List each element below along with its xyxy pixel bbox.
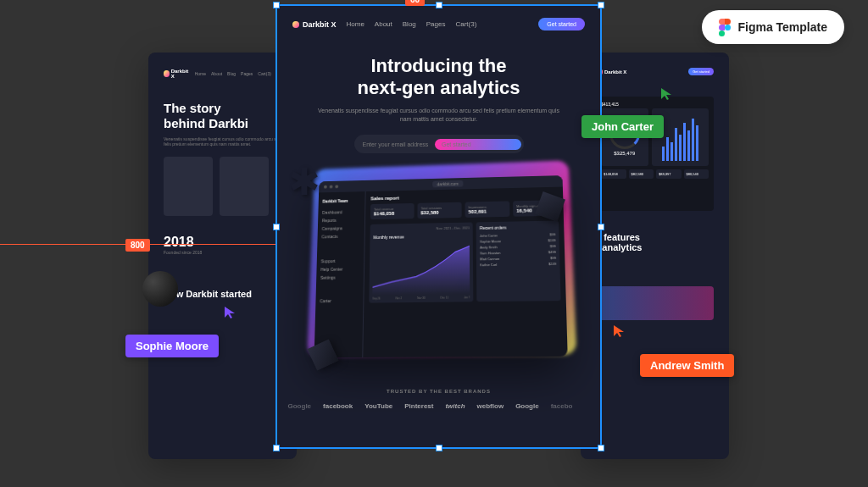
email-placeholder: Enter your email address xyxy=(363,141,436,147)
collaborator-tag-sophie: Sophie Moore xyxy=(125,335,219,357)
mini-dashboard: $413,415 $325,479 $148,058 $82,580 $83,3… xyxy=(596,97,714,211)
collaborator-tag-john: John Carter xyxy=(581,115,664,138)
revenue-chart: Monthly revenue Nov. 2021 - Dec. 2021 Se… xyxy=(369,223,473,303)
collaborator-cursor-john xyxy=(659,86,675,102)
bg-left-section: How Darkbit started xyxy=(164,289,281,299)
selection-handle[interactable] xyxy=(598,224,604,230)
selection-handle[interactable] xyxy=(436,2,442,8)
dashboard-preview: darkbit.com Darkbit Team Dashboard Repor… xyxy=(308,169,570,363)
gradient-divider xyxy=(596,286,714,320)
decor-sphere xyxy=(142,271,178,307)
nav-pages[interactable]: Pages xyxy=(426,20,446,28)
brands-row: Google facebook YouTube Pinterest twitch… xyxy=(277,402,600,410)
photo-placeholder xyxy=(220,157,269,216)
decor-asterisk: ✱ xyxy=(288,165,322,199)
recent-orders: Recent orders John Carter$99 Sophie Moor… xyxy=(476,221,560,302)
email-signup[interactable]: Enter your email address Get started xyxy=(354,135,524,153)
logo-icon xyxy=(292,21,299,28)
selection-handle[interactable] xyxy=(273,224,280,230)
selection-handle[interactable] xyxy=(598,2,604,8)
spacing-badge-top: 60 xyxy=(405,0,425,6)
collaborator-cursor-andrew xyxy=(612,324,627,339)
bg-left-sub: Venenatis suspendisse feugiat cursus odi… xyxy=(164,136,281,147)
email-submit-button[interactable]: Get started xyxy=(435,139,521,150)
nav-cta-button[interactable]: Get started xyxy=(538,18,585,30)
selection-handle[interactable] xyxy=(273,2,280,8)
selection-handle[interactable] xyxy=(436,445,442,451)
figma-badge-label: Figma Template xyxy=(737,20,827,34)
selection-handle[interactable] xyxy=(598,445,604,451)
nav-home[interactable]: Home xyxy=(347,20,364,28)
bg-nav: Darkbit X HomeAboutBlogPagesCart(3) Get … xyxy=(164,68,281,80)
nav-cart[interactable]: Cart(3) xyxy=(455,20,476,28)
hero-title: Introducing thenext-gen analytics xyxy=(315,55,562,100)
bg-left-title: The storybehind Darkbi xyxy=(164,101,281,131)
bg-right-title: e featuresr analytics xyxy=(596,232,714,252)
selected-frame-home[interactable]: Darkbit X Home About Blog Pages Cart(3) … xyxy=(275,4,602,449)
browser-url: darkbit.com xyxy=(431,180,463,187)
hero-section: Introducing thenext-gen analytics Venena… xyxy=(277,42,600,153)
photo-placeholder xyxy=(164,157,213,216)
dashboard-sidebar: Darkbit Team Dashboard Reports Campaigns… xyxy=(314,191,365,357)
figma-logo-icon xyxy=(719,19,731,36)
brand-logo[interactable]: Darkbit X xyxy=(292,20,337,29)
figma-canvas[interactable]: 60 800 Figma Template Darkbit X HomeAbou… xyxy=(0,0,868,487)
brands-title: TRUSTED BY THE BEST BRANDS xyxy=(277,389,600,394)
collaborator-tag-andrew: Andrew Smith xyxy=(640,354,734,377)
figma-template-badge[interactable]: Figma Template xyxy=(702,10,844,44)
nav-blog[interactable]: Blog xyxy=(403,20,416,28)
spacing-badge-left: 800 xyxy=(125,239,150,252)
background-frame-features[interactable]: Darkbit X Get started $413,415 $325,479 … xyxy=(581,53,729,459)
brands-section: TRUSTED BY THE BEST BRANDS Google facebo… xyxy=(277,389,600,410)
year-stat: 2018 Founded since 2018 xyxy=(164,235,281,255)
bg-nav: Darkbit X Get started xyxy=(596,68,714,75)
main-nav: Darkbit X Home About Blog Pages Cart(3) … xyxy=(277,6,600,42)
selection-handle[interactable] xyxy=(273,445,280,451)
background-frame-about[interactable]: Darkbit X HomeAboutBlogPagesCart(3) Get … xyxy=(148,53,297,459)
hero-subtitle: Venenatis suspendisse feugiat cursus odi… xyxy=(315,107,562,124)
stats-row: Total revenue$148,058 Total sessions$32,… xyxy=(370,201,558,220)
nav-about[interactable]: About xyxy=(375,20,392,28)
collaborator-cursor-sophie xyxy=(223,305,238,320)
